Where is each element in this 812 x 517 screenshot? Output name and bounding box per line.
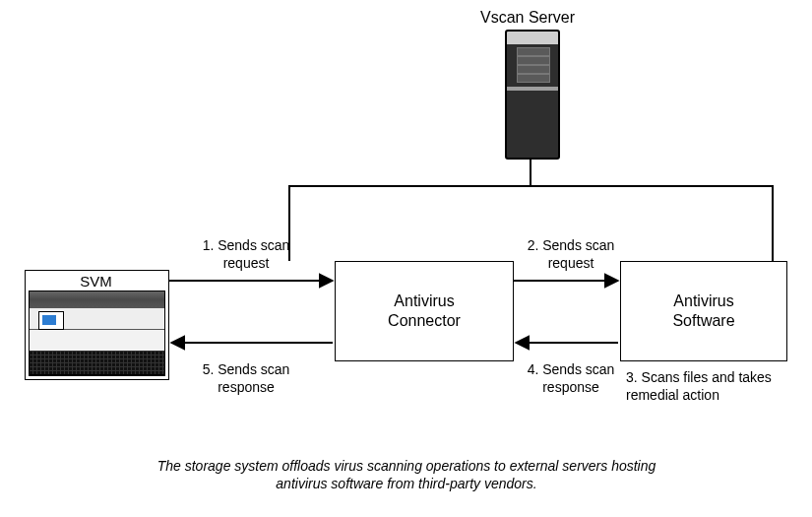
vscan-server-icon [505,30,560,160]
antivirus-connector-box: Antivirus Connector [335,261,514,361]
step-4-label: 4. Sends scan response [517,361,625,396]
step-1-label: 1. Sends scan request [187,237,305,272]
antivirus-software-box: Antivirus Software [620,261,787,361]
step-5-label: 5. Sends scan response [187,361,305,396]
bracket-stem [530,158,531,185]
antivirus-software-label: Antivirus Software [621,291,786,331]
antivirus-connector-label: Antivirus Connector [336,291,513,331]
step-3-label: 3. Scans files and takes remedial action [620,369,791,404]
svm-appliance-icon [29,291,165,376]
bracket-right [772,185,774,261]
diagram-caption: The storage system offloads virus scanni… [136,458,677,492]
step-2-label: 2. Sends scan request [517,237,625,272]
flow-arrows [0,0,812,517]
vscan-server-title: Vscan Server [464,8,592,28]
bracket-horizontal [288,185,774,187]
svm-label: SVM [25,273,167,291]
